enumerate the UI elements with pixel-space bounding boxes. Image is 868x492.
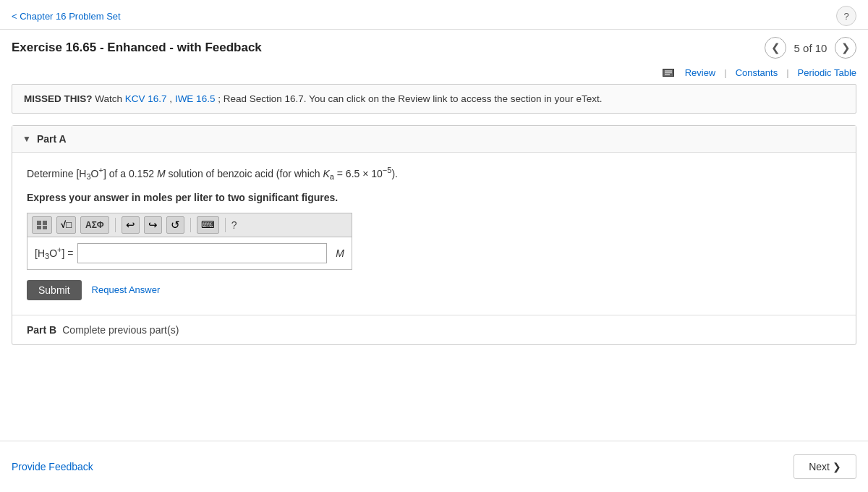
matrix-button[interactable] (32, 216, 52, 234)
missed-text-before: Watch (95, 93, 125, 104)
bottom-bar: Provide Feedback Next ❯ (0, 441, 868, 492)
help-button[interactable]: ? (836, 6, 856, 26)
submit-row: Submit Request Answer (27, 280, 841, 300)
submit-button[interactable]: Submit (27, 280, 82, 300)
toolbar-sep-3 (225, 218, 226, 232)
next-button[interactable]: Next ❯ (793, 454, 856, 479)
top-bar: < Chapter 16 Problem Set ? (0, 0, 868, 30)
exponent: −5 (383, 166, 392, 174)
missed-comma: , (169, 93, 175, 104)
refresh-button[interactable]: ↺ (166, 216, 184, 234)
problem-statement: Determine [H3O+] of a 0.152 M solution o… (27, 164, 841, 183)
separator-1: | (724, 67, 726, 78)
m-symbol: M (157, 168, 166, 179)
toolbar-help-icon[interactable]: ? (231, 219, 237, 231)
answer-container: √□ ΑΣΦ ↩ ↪ ↺ ⌨ ? [H3O+] = M (27, 213, 841, 270)
undo-button[interactable]: ↩ (122, 216, 140, 234)
periodic-table-link[interactable]: Periodic Table (798, 67, 856, 78)
answer-input-row: [H3O+] = M (27, 237, 352, 270)
review-icon (663, 67, 676, 78)
ka-symbol: K (323, 168, 329, 179)
part-b-row: Part B Complete previous part(s) (12, 315, 856, 344)
main-content: ▼ Part A Determine [H3O+] of a 0.152 M s… (12, 125, 856, 345)
top-right-area: ? (836, 6, 856, 26)
request-answer-link[interactable]: Request Answer (92, 284, 161, 295)
answer-label: [H3O+] = (35, 245, 73, 260)
answer-input[interactable] (77, 243, 327, 263)
links-bar: Review | Constants | Periodic Table (0, 64, 868, 84)
svg-rect-5 (37, 221, 41, 225)
svg-rect-6 (43, 221, 47, 225)
toolbar-sep-1 (115, 218, 116, 232)
separator-2: | (786, 67, 788, 78)
redo-button[interactable]: ↪ (144, 216, 162, 234)
next-button-icon: ❯ (833, 461, 841, 472)
provide-feedback-link[interactable]: Provide Feedback (12, 461, 93, 472)
missed-text-after: ; Read Section 16.7. You can click on th… (218, 93, 602, 104)
keyboard-button[interactable]: ⌨ (197, 216, 219, 234)
sqrt-button[interactable]: √□ (56, 216, 76, 234)
iwe-link[interactable]: IWE 16.5 (175, 93, 216, 104)
toolbar-sep-2 (190, 218, 191, 232)
kcv-link[interactable]: KCV 16.7 (125, 93, 167, 104)
page-counter: 5 of 10 (791, 42, 830, 54)
chapter-link[interactable]: < Chapter 16 Problem Set (12, 11, 121, 22)
h3o-sup: + (98, 166, 103, 174)
part-a-content: Determine [H3O+] of a 0.152 M solution o… (12, 153, 856, 315)
h3o-sub: 3 (86, 172, 90, 181)
answer-toolbar: √□ ΑΣΦ ↩ ↪ ↺ ⌨ ? (27, 213, 352, 237)
part-a-arrow: ▼ (22, 134, 31, 144)
ka-sub: a (330, 172, 334, 181)
next-button-label: Next (809, 461, 830, 472)
part-a-label: Part A (37, 133, 67, 145)
answer-unit: M (336, 247, 344, 259)
next-page-button[interactable]: ❯ (835, 37, 856, 59)
constants-link[interactable]: Constants (736, 67, 778, 78)
instructions-text: Express your answer in moles per liter t… (27, 190, 841, 205)
svg-rect-8 (43, 226, 47, 229)
part-b-label: Part B (27, 324, 56, 336)
greek-button[interactable]: ΑΣΦ (80, 216, 109, 234)
missed-box: MISSED THIS? Watch KCV 16.7 , IWE 16.5 ;… (12, 84, 856, 114)
exercise-header: Exercise 16.65 - Enhanced - with Feedbac… (0, 30, 868, 64)
svg-rect-7 (37, 226, 41, 229)
exercise-title: Exercise 16.65 - Enhanced - with Feedbac… (12, 41, 262, 55)
part-b-text: Complete previous part(s) (62, 324, 179, 336)
missed-label: MISSED THIS? (24, 93, 93, 104)
pagination-area: ❮ 5 of 10 ❯ (765, 37, 856, 59)
prev-page-button[interactable]: ❮ (765, 37, 786, 59)
review-link[interactable]: Review (685, 67, 716, 78)
part-a-header[interactable]: ▼ Part A (12, 126, 856, 153)
